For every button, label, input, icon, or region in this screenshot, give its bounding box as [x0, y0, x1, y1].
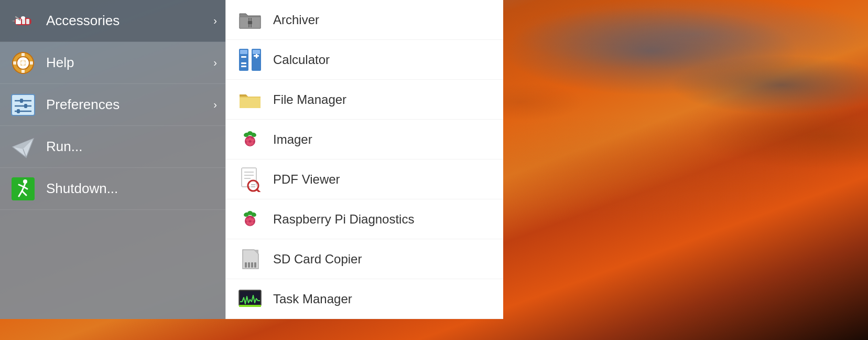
sd-copier-icon — [236, 246, 264, 273]
menu-item-preferences[interactable]: Preferences › — [0, 84, 225, 126]
svg-marker-4 — [12, 20, 15, 22]
svg-rect-35 — [248, 21, 252, 24]
svg-rect-21 — [17, 109, 20, 113]
svg-rect-79 — [248, 262, 250, 268]
archiver-icon — [236, 6, 264, 34]
rpi-diagnostics-icon — [236, 206, 264, 233]
pdf-viewer-icon — [236, 166, 264, 193]
menu-item-accessories[interactable]: Accessories › — [0, 0, 225, 42]
calculator-label: Calculator — [273, 52, 330, 67]
preferences-label: Preferences — [46, 97, 209, 113]
task-manager-label: Task Manager — [273, 292, 352, 306]
right-menu: Archiver — [225, 0, 503, 319]
sub-item-task-manager[interactable]: Task Manager — [226, 279, 503, 319]
svg-rect-41 — [241, 62, 246, 64]
svg-rect-17 — [20, 99, 23, 103]
sd-copier-label: SD Card Copier — [273, 252, 362, 267]
svg-point-77 — [248, 222, 252, 226]
file-manager-icon — [236, 86, 264, 113]
svg-rect-42 — [241, 66, 246, 67]
svg-rect-15 — [12, 94, 35, 115]
svg-rect-19 — [24, 104, 27, 108]
svg-rect-12 — [21, 52, 25, 73]
svg-rect-80 — [251, 262, 253, 268]
svg-rect-44 — [253, 50, 260, 54]
svg-point-64 — [250, 183, 256, 189]
sub-item-rpi-diagnostics[interactable]: Raspberry Pi Diagnostics — [226, 199, 503, 239]
svg-rect-81 — [254, 262, 256, 268]
sub-item-pdf-viewer[interactable]: PDF Viewer — [226, 160, 503, 199]
menu-container: Accessories › Help › — [0, 0, 503, 319]
menu-item-shutdown[interactable]: Shutdown... — [0, 168, 225, 210]
preferences-arrow: › — [213, 99, 217, 111]
pdf-viewer-label: PDF Viewer — [273, 172, 340, 187]
preferences-icon — [8, 90, 38, 120]
accessories-icon — [8, 6, 38, 36]
sub-item-imager[interactable]: Imager — [226, 120, 503, 160]
svg-rect-38 — [241, 56, 246, 58]
svg-rect-2 — [22, 19, 25, 24]
sub-item-file-manager[interactable]: File Manager — [226, 80, 503, 120]
accessories-label: Accessories — [46, 13, 209, 29]
menu-item-run[interactable]: Run... — [0, 126, 225, 168]
svg-rect-78 — [245, 262, 247, 268]
shutdown-label: Shutdown... — [46, 180, 217, 197]
file-manager-label: File Manager — [273, 92, 346, 107]
sub-item-calculator[interactable]: Calculator — [226, 40, 503, 80]
sub-item-archiver[interactable]: Archiver — [226, 0, 503, 40]
rpi-diagnostics-label: Raspberry Pi Diagnostics — [273, 212, 414, 227]
svg-rect-84 — [239, 305, 261, 307]
help-icon — [8, 48, 38, 78]
svg-point-53 — [251, 139, 254, 142]
run-icon — [8, 132, 38, 162]
help-arrow: › — [213, 57, 217, 69]
svg-point-7 — [21, 16, 25, 19]
svg-rect-3 — [26, 19, 29, 24]
calculator-icon — [236, 46, 264, 73]
help-label: Help — [46, 55, 209, 71]
shutdown-icon — [8, 174, 38, 204]
svg-rect-45 — [240, 98, 261, 108]
svg-point-57 — [249, 140, 251, 142]
task-manager-icon — [236, 285, 264, 313]
svg-line-65 — [257, 189, 261, 192]
sub-item-sd-copier[interactable]: SD Card Copier — [226, 239, 503, 279]
imager-icon — [236, 126, 264, 153]
archiver-label: Archiver — [273, 13, 319, 27]
accessories-arrow: › — [213, 15, 217, 27]
imager-label: Imager — [273, 132, 312, 147]
svg-rect-43 — [240, 50, 247, 54]
run-label: Run... — [46, 139, 217, 155]
left-menu: Accessories › Help › — [0, 0, 225, 319]
svg-point-56 — [248, 143, 252, 146]
menu-item-help[interactable]: Help › — [0, 42, 225, 84]
svg-point-74 — [251, 218, 254, 221]
